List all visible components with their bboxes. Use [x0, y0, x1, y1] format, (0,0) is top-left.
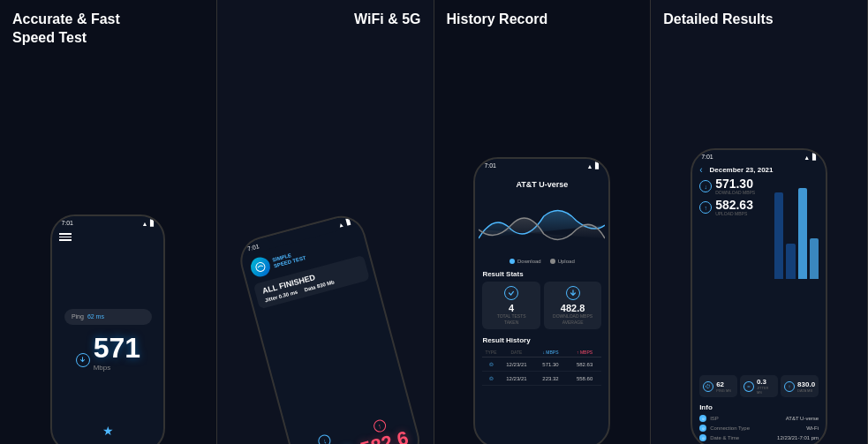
panel-2-phone-container: 7:01 ▲ ▊ SIMPLE SPEED TEST ALL FINISHED — [217, 36, 434, 444]
p3-legend-download: Download — [509, 259, 541, 264]
battery-icon-4: ▊ — [812, 154, 817, 161]
p1-ping-bar: Ping 62 ms — [64, 309, 152, 325]
phone-mockup-2: 7:01 ▲ ▊ SIMPLE SPEED TEST ALL FINISHED — [235, 210, 425, 444]
p4-bar-3 — [798, 188, 807, 280]
p3-row-2: ⌾ 12/23/21 223.32 558.60 — [482, 372, 601, 386]
status-time-4: 7:01 — [701, 154, 713, 161]
p2-download-item: ↓ 571.3 Mbps — [299, 428, 357, 444]
p4-jitter-val: 0.3 — [757, 378, 774, 386]
p4-bar-4 — [810, 238, 819, 279]
p3-th-type: TYPE — [482, 350, 499, 355]
p3-row1-ul: 582.63 — [568, 362, 602, 367]
p3-dl-dot — [509, 259, 515, 264]
p4-bar-2 — [786, 244, 795, 279]
p4-nav-bar: ‹ December 23, 2021 — [692, 162, 826, 177]
panel-detailed: Detailed Results 7:01 ▲ ▊ ‹ December 23,… — [651, 0, 868, 444]
p1-screen-content: Ping 62 ms 571 Mbps ★ — [52, 229, 163, 444]
p3-history-table: TYPE DATE ↓ Mbps ↑ Mbps ⌾ 12/23/21 571.3… — [482, 348, 601, 386]
p1-star-icon[interactable]: ★ — [102, 424, 114, 438]
phone-screen-2: 7:01 ▲ ▊ SIMPLE SPEED TEST ALL FINISHED — [237, 213, 422, 444]
battery-icon: ▊ — [150, 220, 155, 227]
p4-small-stats: ⏱ 62 Ping ms ≈ 0.3 Jitter ms — [692, 375, 826, 401]
p4-dl-icon: ↓ — [699, 180, 712, 192]
p4-time-row: ⌾ Date & Time 12/23/21-7:01 pm — [699, 434, 819, 441]
p4-metrics-list: ↓ 571.30 Download Mbps ↑ 582.63 Upload M… — [699, 177, 769, 375]
p4-conn-dot: ⌾ — [699, 425, 706, 432]
p3-total-tests-label: TOTAL TESTSTAKEN — [497, 313, 526, 325]
panel-4-phone-container: 7:01 ▲ ▊ ‹ December 23, 2021 ↓ — [651, 36, 867, 444]
p4-ping-block: 62 Ping ms — [716, 380, 731, 393]
p4-ping-val: 62 — [716, 380, 731, 388]
p3-legend-upload: Upload — [550, 259, 575, 264]
p3-row2-ul: 558.60 — [568, 376, 602, 381]
phone-mockup-1: 7:01 ▲ ▊ Ping 62 ms — [50, 214, 165, 444]
panel-2-title: WiFi & 5G — [217, 0, 434, 36]
status-icons-3: ▲ ▊ — [586, 162, 600, 169]
wifi-status-icon: ▲ — [141, 221, 147, 227]
p4-time-label: Date & Time — [710, 435, 739, 440]
p4-data-val: 830.0 — [797, 380, 815, 388]
p3-row1-date: 12/23/21 — [500, 362, 534, 367]
p3-avg-download-label: DOWNLOAD MBPSAVERAGE — [553, 313, 593, 325]
p3-ul-dot — [550, 259, 555, 264]
p3-th-ul: ↑ Mbps — [568, 350, 602, 355]
status-bar-4: 7:01 ▲ ▊ — [692, 150, 826, 162]
p4-isp-dot: ⌾ — [699, 415, 706, 422]
p1-download-icon — [76, 353, 90, 367]
phone-mockup-4: 7:01 ▲ ▊ ‹ December 23, 2021 ↓ — [691, 148, 827, 444]
panel-1-phone-container: 7:01 ▲ ▊ Ping 62 ms — [0, 55, 216, 444]
p3-isp-header: AT&T U-verse — [475, 171, 608, 194]
p3-graph — [479, 194, 605, 256]
p4-isp-val: AT&T U-verse — [786, 416, 819, 421]
p3-check-icon — [504, 286, 518, 300]
p4-jitter-lbl: Jitter ms — [757, 386, 774, 395]
p4-time-val: 12/23/21-7:01 pm — [777, 435, 819, 440]
status-icons-4: ▲ ▊ — [804, 154, 817, 161]
p4-dl-label: Download Mbps — [715, 190, 755, 195]
phone-screen-3: 7:01 ▲ ▊ AT&T U-verse — [475, 159, 608, 444]
p3-avg-download-card: 482.8 DOWNLOAD MBPSAVERAGE — [544, 282, 602, 329]
p4-ul-value-block: 582.63 Upload Mbps — [715, 199, 753, 216]
p4-isp-row: ⌾ ISP AT&T U-verse — [699, 415, 819, 422]
p4-upload-metric: ↑ 582.63 Upload Mbps — [699, 199, 769, 216]
p4-bar-chart — [774, 177, 819, 283]
wifi-icon-4: ▲ — [804, 154, 810, 161]
p4-download-metric: ↓ 571.30 Download Mbps — [699, 177, 769, 195]
p3-th-dl: ↓ Mbps — [533, 350, 568, 355]
battery-icon-3: ▊ — [595, 162, 600, 169]
phone-screen-4: 7:01 ▲ ▊ ‹ December 23, 2021 ↓ — [692, 150, 826, 444]
p3-history-title: Result History — [482, 336, 601, 344]
p3-row2-type: ⌾ — [482, 374, 499, 382]
p3-row2-date: 12/23/21 — [500, 376, 534, 381]
p4-jitter-block: 0.3 Jitter ms — [757, 378, 774, 395]
p4-back-button[interactable]: ‹ — [699, 165, 702, 175]
panel-speed-test: Accurate & FastSpeed Test 7:01 ▲ ▊ Ping — [0, 0, 217, 444]
p3-row-1: ⌾ 12/23/21 571.30 582.63 — [482, 357, 601, 372]
p3-history-section: Result History TYPE DATE ↓ Mbps ↑ Mbps ⌾… — [475, 333, 608, 389]
panel-3-phone-container: 7:01 ▲ ▊ AT&T U-verse — [434, 36, 651, 444]
p4-jitter-stat: ≈ 0.3 Jitter ms — [740, 375, 778, 397]
p3-result-stats-title: Result Stats — [482, 270, 601, 278]
status-icons-1: ▲ ▊ — [141, 220, 155, 227]
status-bar-1: 7:01 ▲ ▊ — [52, 216, 163, 229]
p3-total-tests-card: 4 TOTAL TESTSTAKEN — [482, 282, 540, 329]
p4-conn-row: ⌾ Connection Type Wi-Fi — [699, 425, 819, 432]
p4-data-lbl: Data Mb — [797, 388, 815, 393]
p3-avg-download-value: 482.8 — [561, 303, 585, 313]
p1-speed-number: 571 — [94, 334, 140, 362]
p1-hamburger-icon[interactable] — [59, 233, 72, 241]
p4-dl-value-block: 571.30 Download Mbps — [715, 177, 755, 195]
status-bar-3: 7:01 ▲ ▊ — [475, 159, 608, 171]
p3-isp-name: AT&T U-verse — [516, 180, 568, 189]
p4-isp-label: ISP — [710, 416, 719, 421]
battery-icon-2: ▊ — [345, 218, 351, 226]
p3-download-icon — [566, 286, 580, 300]
panel-1-title: Accurate & FastSpeed Test — [0, 0, 216, 55]
p3-row1-type: ⌾ — [482, 360, 499, 368]
p4-info-section: Info ⌾ ISP AT&T U-verse ⌾ Connection Typ… — [692, 401, 826, 444]
p4-bar-1 — [774, 192, 783, 279]
p4-date-label: December 23, 2021 — [709, 166, 773, 174]
panel-history: History Record 7:01 ▲ ▊ AT&T U-verse — [434, 0, 652, 444]
p3-stats-grid: 4 TOTAL TESTSTAKEN 482.8 DOWNLOAD MBPSAV… — [482, 282, 601, 329]
wifi-status-icon-2: ▲ — [336, 221, 344, 229]
